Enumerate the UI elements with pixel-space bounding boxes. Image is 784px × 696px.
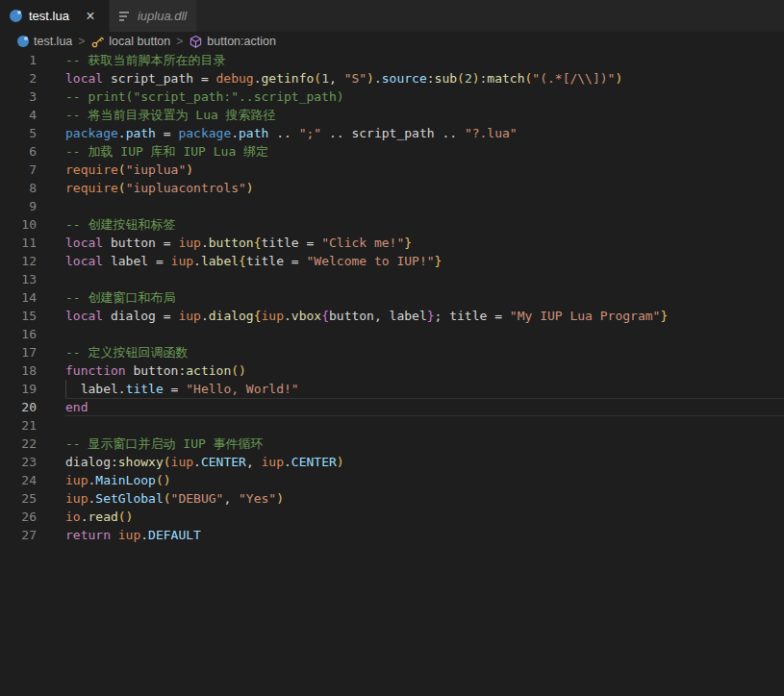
chevron-right-icon: > xyxy=(76,35,87,48)
line-number[interactable]: 20 xyxy=(0,398,37,416)
token-prop: CENTER xyxy=(291,455,337,469)
line-number[interactable]: 8 xyxy=(0,179,37,197)
token-fn: getinfo xyxy=(262,71,315,86)
code-line[interactable]: 9 xyxy=(0,197,784,215)
code-line[interactable]: 26io.read() xyxy=(0,508,784,526)
code-line[interactable]: 3-- print("script_path:"..script_path) xyxy=(0,87,784,106)
code-line[interactable]: 22-- 显示窗口并启动 IUP 事件循环 xyxy=(0,435,784,453)
token-glob: require xyxy=(65,162,118,177)
line-number[interactable]: 5 xyxy=(0,124,37,142)
tab-test-lua[interactable]: test.lua × xyxy=(0,0,110,32)
line-number[interactable]: 16 xyxy=(0,325,37,343)
token-mod: package xyxy=(178,126,231,140)
code-line[interactable]: 18function button:action() xyxy=(0,361,784,380)
token-def: . xyxy=(201,309,209,323)
code-text: -- print("script_path:"..script_path) xyxy=(65,87,784,106)
line-number[interactable]: 9 xyxy=(0,197,37,215)
code-line[interactable]: 1-- 获取当前脚本所在的目录 xyxy=(0,51,784,69)
breadcrumb-label: local button xyxy=(109,35,170,48)
code-line[interactable]: 25iup.SetGlobal("DEBUG", "Yes") xyxy=(0,489,784,508)
code-text: package.path = package.path .. ";" .. sc… xyxy=(65,124,784,142)
line-number[interactable]: 3 xyxy=(0,87,37,106)
symbol-method-icon xyxy=(189,35,203,49)
line-number[interactable]: 6 xyxy=(0,142,37,161)
line-number[interactable]: 18 xyxy=(0,361,37,380)
token-def: . xyxy=(284,455,291,469)
breadcrumb-item-button-action[interactable]: button:action xyxy=(189,35,276,49)
token-def: = xyxy=(156,126,178,140)
token-def: . xyxy=(231,126,239,140)
line-number[interactable]: 22 xyxy=(0,435,37,453)
breadcrumb-label: button:action xyxy=(207,35,276,48)
code-line[interactable]: 24iup.MainLoop() xyxy=(0,471,784,489)
token-br1: () xyxy=(231,363,246,378)
line-number[interactable]: 4 xyxy=(0,106,37,124)
line-number[interactable]: 21 xyxy=(0,416,37,435)
token-kw: local xyxy=(65,309,103,323)
code-line[interactable]: 10-- 创建按钮和标签 xyxy=(0,215,784,234)
code-line[interactable]: 5package.path = package.path .. ";" .. s… xyxy=(0,124,784,142)
tab-iuplua-dll[interactable]: iuplua.dll xyxy=(110,0,197,32)
token-prop: MainLoop xyxy=(95,473,156,487)
code-line[interactable]: 21 xyxy=(0,416,784,435)
line-number[interactable]: 14 xyxy=(0,288,37,307)
token-glob: iup xyxy=(262,309,284,323)
line-number[interactable]: 2 xyxy=(0,69,37,87)
token-com: -- 显示窗口并启动 IUP 事件循环 xyxy=(65,436,264,451)
token-br1: ) xyxy=(337,455,344,469)
breadcrumb-item-local-button[interactable]: local button xyxy=(90,35,170,49)
code-line[interactable]: 2local script_path = debug.getinfo(1, "S… xyxy=(0,69,784,87)
code-line[interactable]: 19 label.title = "Hello, World!" xyxy=(0,380,784,398)
code-text xyxy=(65,325,784,343)
code-area[interactable]: 1-- 获取当前脚本所在的目录2local script_path = debu… xyxy=(0,51,784,544)
code-line[interactable]: 15local dialog = iup.dialog{iup.vbox{but… xyxy=(0,307,784,325)
code-line[interactable]: 6-- 加载 IUP 库和 IUP Lua 绑定 xyxy=(0,142,784,161)
line-number[interactable]: 7 xyxy=(0,161,37,179)
code-line[interactable]: 14-- 创建窗口和布局 xyxy=(0,288,784,307)
token-str: "Yes" xyxy=(239,491,276,506)
token-def: . xyxy=(118,126,126,140)
token-br1: { xyxy=(239,254,246,268)
line-number[interactable]: 15 xyxy=(0,307,37,325)
token-fn: dialog xyxy=(209,309,254,323)
tab-label: iuplua.dll xyxy=(138,9,187,23)
code-line[interactable]: 11local button = iup.button{title = "Cli… xyxy=(0,234,784,252)
line-number[interactable]: 10 xyxy=(0,215,37,234)
line-number[interactable]: 11 xyxy=(0,234,37,252)
code-line[interactable]: 16 xyxy=(0,325,784,343)
code-line[interactable]: 27return iup.DEFAULT xyxy=(0,526,784,544)
line-number[interactable]: 27 xyxy=(0,526,37,544)
code-line[interactable]: 8require("iupluacontrols") xyxy=(0,179,784,197)
code-line[interactable]: 23dialog:showxy(iup.CENTER, iup.CENTER) xyxy=(0,453,784,471)
line-number[interactable]: 17 xyxy=(0,343,37,361)
line-number[interactable]: 13 xyxy=(0,270,37,288)
tabbar-empty-space xyxy=(197,0,784,32)
code-text xyxy=(65,270,784,288)
breadcrumb-item-file[interactable]: test.lua xyxy=(15,35,72,49)
close-tab-icon[interactable]: × xyxy=(82,8,99,25)
token-glob: require xyxy=(65,181,118,195)
token-def xyxy=(111,528,118,542)
code-line[interactable]: 12local label = iup.label{title = "Welco… xyxy=(0,252,784,270)
line-number[interactable]: 24 xyxy=(0,471,37,489)
token-def: : xyxy=(427,71,435,86)
line-number[interactable]: 25 xyxy=(0,489,37,508)
line-number[interactable]: 1 xyxy=(0,51,37,69)
token-glob: iup xyxy=(178,309,200,323)
code-line[interactable]: 13 xyxy=(0,270,784,288)
line-number[interactable]: 23 xyxy=(0,453,37,471)
token-com: -- 将当前目录设置为 Lua 搜索路径 xyxy=(65,108,276,122)
token-def: label = xyxy=(103,254,170,268)
token-glob: debug xyxy=(216,71,254,86)
code-line[interactable]: 4-- 将当前目录设置为 Lua 搜索路径 xyxy=(0,106,784,124)
line-number[interactable]: 26 xyxy=(0,508,37,526)
code-line[interactable]: 20end xyxy=(0,398,784,416)
file-lines-icon xyxy=(119,11,131,22)
line-number[interactable]: 12 xyxy=(0,252,37,270)
code-line[interactable]: 7require("iuplua") xyxy=(0,161,784,179)
line-number[interactable]: 19 xyxy=(0,380,37,398)
token-prop: title xyxy=(126,382,164,396)
code-line[interactable]: 17-- 定义按钮回调函数 xyxy=(0,343,784,361)
token-fn: read xyxy=(88,510,117,524)
chevron-right-icon: > xyxy=(174,35,185,48)
